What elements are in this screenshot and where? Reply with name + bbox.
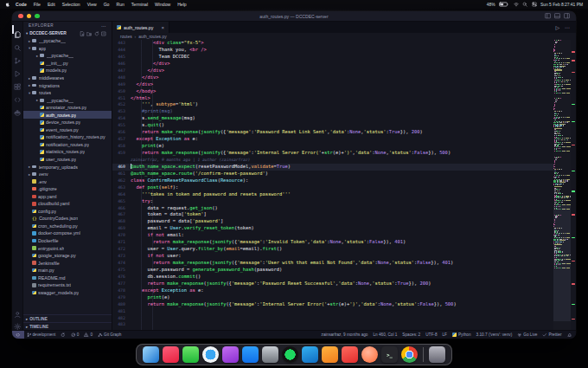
- code-line[interactable]: 478 except Exception as e:: [112, 287, 553, 294]
- breadcrumb-item-auth_routes.py[interactable]: auth_routes.py: [138, 35, 166, 39]
- code-line[interactable]: 460@auth_name_space.expect(resetPassword…: [112, 164, 553, 171]
- new-file-icon[interactable]: [80, 31, 85, 36]
- code-line[interactable]: 476 db.session.commit(): [112, 274, 553, 281]
- tree-item-cron_scheduling.py[interactable]: cron_scheduling.py: [23, 223, 112, 230]
- wifi-icon[interactable]: [514, 2, 519, 7]
- code-line[interactable]: 457 except Exception as e:: [112, 136, 553, 143]
- dock-system-settings-icon[interactable]: [262, 346, 278, 363]
- gitlens-blame-line[interactable]: zainsarfraz, 9 months ago | 1 author (za…: [112, 157, 553, 164]
- code-editor[interactable]: 443 <div class="fx-5">444 Thank you, <br…: [112, 40, 576, 330]
- dock-vscode-icon[interactable]: [302, 346, 318, 363]
- toggle-panel-icon[interactable]: [554, 13, 560, 19]
- code-line[interactable]: 449 </div>: [112, 81, 553, 88]
- code-line[interactable]: 458 print(e): [112, 143, 553, 150]
- toggle-sidebar-icon[interactable]: [545, 13, 551, 19]
- menu-item-file[interactable]: File: [30, 2, 44, 7]
- status-cursor-position[interactable]: Ln 460, Col 1: [370, 331, 399, 339]
- status-notifications[interactable]: [565, 331, 575, 339]
- status-indentation[interactable]: Spaces: 2: [399, 331, 423, 339]
- tree-item-models.py[interactable]: models.py: [23, 67, 112, 74]
- tree-item-README.md[interactable]: README.md: [23, 274, 112, 282]
- code-line[interactable]: 465 try:: [112, 198, 553, 205]
- tree-item-entrypoint.sh[interactable]: entrypoint.sh: [23, 244, 112, 252]
- status-go-live[interactable]: Go Live: [514, 331, 540, 339]
- code-line[interactable]: 450 </body>: [112, 88, 553, 95]
- dock-safari-icon[interactable]: [202, 346, 219, 363]
- spotlight-search-icon[interactable]: [522, 2, 527, 7]
- dock-spotify-icon[interactable]: [282, 346, 298, 363]
- tree-item-notification_routes.py[interactable]: notification_routes.py: [23, 141, 112, 149]
- code-line[interactable]: 480 return make_response(jsonify({'messa…: [112, 301, 553, 308]
- menu-item-help[interactable]: Help: [174, 2, 189, 7]
- status-problems-warnings[interactable]: 0: [81, 331, 95, 339]
- code-line[interactable]: 464 '''takes in token and password and r…: [112, 191, 553, 198]
- dock-postman-icon[interactable]: [361, 346, 378, 363]
- code-line[interactable]: 452 ''', subtype='html'): [112, 101, 553, 108]
- tree-item-event_routes.py[interactable]: event_routes.py: [23, 126, 112, 134]
- menu-item-run[interactable]: Run: [112, 2, 127, 7]
- minimize-window-button[interactable]: [27, 14, 32, 19]
- menu-item-edit[interactable]: Edit: [44, 2, 59, 7]
- outline-section[interactable]: ▸ OUTLINE: [23, 314, 112, 322]
- menu-item-code[interactable]: Code: [12, 2, 30, 7]
- code-line[interactable]: 469 email = User.verify_reset_token(toke…: [112, 225, 553, 232]
- dock-trash-icon[interactable]: [429, 346, 445, 363]
- tree-item-Dockerfile[interactable]: Dockerfile: [23, 237, 112, 245]
- code-line[interactable]: 471 return make_response(jsonify({'messa…: [112, 239, 553, 246]
- tree-item-cloudbuild.yaml[interactable]: cloudbuild.yaml: [23, 200, 112, 208]
- code-line[interactable]: 473 if not user:: [112, 253, 553, 260]
- code-line[interactable]: 453 #print(msg): [112, 108, 553, 115]
- code-line[interactable]: 445 Team DCCDEC: [112, 54, 553, 61]
- views-and-more-actions-icon[interactable]: ⋯: [101, 23, 106, 29]
- zoom-window-button[interactable]: [35, 14, 40, 19]
- code-line[interactable]: 456 return make_response(jsonify({'messa…: [112, 129, 553, 136]
- tree-item-app.yaml[interactable]: app.yaml: [23, 192, 112, 200]
- status-git-graph[interactable]: Git Graph: [95, 331, 124, 339]
- code-line[interactable]: 448 </div>: [112, 74, 553, 81]
- tree-item-swagger_models.py[interactable]: swagger_models.py: [23, 289, 112, 297]
- extensions-icon[interactable]: [14, 78, 22, 86]
- code-line[interactable]: 443 <div class="fx-5">: [112, 40, 553, 47]
- tree-item-temporary_uploads[interactable]: ▸temporary_uploads: [23, 163, 112, 171]
- dock-facetime-icon[interactable]: [182, 346, 199, 363]
- dock-terminal-icon[interactable]: >_: [381, 346, 398, 363]
- breadcrumb-item-routes[interactable]: routes: [120, 35, 132, 39]
- remote-explorer-icon[interactable]: [14, 91, 22, 99]
- dock-finder-icon[interactable]: [143, 346, 159, 363]
- tree-item-auth_routes.py[interactable]: auth_routes.py: [23, 111, 112, 119]
- tree-item-__pycache__[interactable]: ▸__pycache__: [23, 96, 112, 104]
- explorer-icon[interactable]: [14, 26, 22, 34]
- customize-layout-icon[interactable]: [564, 13, 570, 19]
- status-encoding[interactable]: UTF-8: [423, 331, 439, 339]
- menu-item-view[interactable]: View: [84, 2, 100, 7]
- tree-item-requirements.txt[interactable]: requirements.txt: [23, 281, 112, 289]
- code-line[interactable]: 463 def post(self):: [112, 184, 553, 191]
- code-line[interactable]: 466 data = request.get_json(): [112, 205, 553, 212]
- dock-app-orange-icon[interactable]: [322, 346, 338, 363]
- menu-item-terminal[interactable]: Terminal: [128, 2, 151, 7]
- source-control-icon[interactable]: [14, 52, 22, 60]
- menu-item-go[interactable]: Go: [100, 2, 113, 7]
- search-icon[interactable]: [14, 39, 22, 47]
- code-line[interactable]: 467 token = data['token']: [112, 211, 553, 218]
- tree-item-device_routes.py[interactable]: device_routes.py: [23, 119, 112, 126]
- tree-item-Jenkinsfile[interactable]: Jenkinsfile: [23, 259, 112, 267]
- tree-item-routes[interactable]: ▾routes: [23, 89, 112, 97]
- docker-icon[interactable]: [14, 104, 22, 112]
- code-line[interactable]: 479 print(e): [112, 294, 553, 301]
- status-python-interpreter[interactable]: 3.10.7 ('venv': venv): [474, 331, 515, 339]
- run-python-file-icon[interactable]: ▷: [555, 24, 559, 30]
- code-line[interactable]: 477 return make_response(jsonify({'messa…: [112, 281, 553, 287]
- menu-item-window[interactable]: Window: [151, 2, 174, 7]
- code-line[interactable]: 455 s.quit(): [112, 122, 553, 129]
- code-line[interactable]: 481: [112, 308, 553, 315]
- tab-auth-routes[interactable]: auth_routes.py ×: [112, 22, 169, 33]
- code-line[interactable]: 468 password = data['password']: [112, 218, 553, 225]
- dock-chrome-icon[interactable]: [401, 346, 418, 363]
- code-line[interactable]: 470 if not email:: [112, 232, 553, 239]
- status-git-sync[interactable]: [58, 331, 68, 339]
- tree-item-middlewares[interactable]: ▸middlewares: [23, 74, 112, 82]
- dock-app-store-icon[interactable]: [242, 346, 259, 363]
- more-editor-actions-icon[interactable]: ⋯: [565, 24, 570, 30]
- tree-item-__pycache__[interactable]: ▸__pycache__: [23, 52, 112, 60]
